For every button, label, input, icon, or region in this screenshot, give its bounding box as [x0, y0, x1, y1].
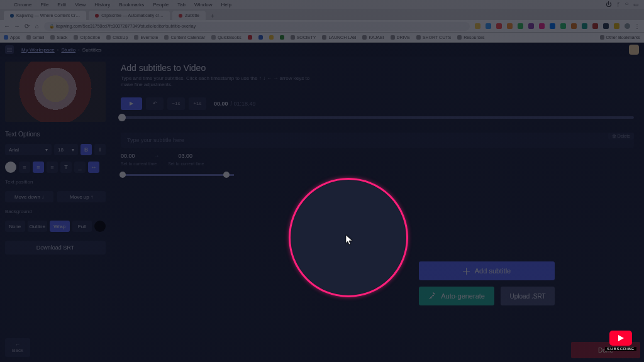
menu-item[interactable]: People — [153, 2, 169, 8]
bookmark-other[interactable]: Other Bookmarks — [600, 35, 640, 40]
menu-item[interactable]: Window — [194, 2, 212, 8]
auto-generate-button[interactable]: Auto-generate — [419, 287, 494, 305]
delete-subtitle-button[interactable]: 🗑 Delete — [608, 133, 634, 140]
underline-button[interactable]: _ — [74, 162, 86, 173]
bookmark-item[interactable]: ClickUp — [106, 35, 128, 40]
bookmark-item[interactable]: Gmail — [26, 35, 44, 40]
menu-item[interactable]: Chrome — [14, 2, 31, 8]
align-center-button[interactable]: ≡ — [33, 162, 44, 173]
fontsize-select[interactable]: 18▾ — [54, 144, 78, 155]
nav-home-icon[interactable]: ⌂ — [34, 23, 40, 30]
extension-icon[interactable] — [518, 23, 523, 29]
bookmark-folder[interactable]: KAJABI — [362, 35, 384, 40]
address-bar[interactable]: 🔒 kapwing.com/5ec31750cd7fc30072877349/s… — [44, 22, 470, 31]
extension-icon[interactable] — [582, 23, 587, 29]
extension-icon[interactable] — [603, 23, 609, 29]
kebab-menu-icon[interactable]: ⋮ — [634, 23, 640, 30]
menu-item[interactable]: Help — [221, 2, 231, 8]
bookmark-icon — [74, 35, 78, 40]
nav-fwd-icon[interactable]: → — [14, 23, 20, 30]
ltr-button[interactable]: ↔ — [88, 162, 99, 173]
bookmark-item[interactable]: ClipScribe — [74, 35, 100, 40]
back-button[interactable]: ←Back — [5, 338, 30, 357]
magic-wand-icon — [428, 292, 436, 300]
tab-kapwing[interactable]: Kapwing — Where Content Cr… — [4, 11, 86, 20]
extension-icon[interactable] — [496, 23, 502, 29]
move-up-button[interactable]: Move up ↑ — [57, 191, 106, 202]
step-back-button[interactable]: −1s — [167, 97, 185, 110]
extension-icon[interactable] — [507, 23, 513, 29]
menu-item[interactable]: Edit — [57, 2, 66, 8]
download-srt-button[interactable]: Download SRT — [5, 241, 106, 255]
video-thumbnail[interactable] — [5, 62, 106, 122]
bookmark-item[interactable] — [258, 35, 263, 40]
extension-icon[interactable] — [475, 23, 480, 29]
upload-srt-button[interactable]: Upload .SRT — [501, 287, 555, 305]
step-fwd-button[interactable]: +1s — [189, 97, 206, 110]
extension-icon[interactable] — [528, 23, 534, 29]
bg-color-swatch[interactable] — [94, 221, 106, 232]
bookmark-folder[interactable]: Resources — [457, 35, 484, 40]
bookmark-item[interactable] — [280, 35, 284, 40]
bookmark-folder[interactable]: LAUNCH LAB — [322, 35, 356, 40]
bookmark-item[interactable] — [269, 35, 274, 40]
menu-item[interactable]: Bookmarks — [119, 2, 144, 8]
extension-icon[interactable] — [539, 23, 545, 29]
tab-zubtitle[interactable]: Zubtitle — [172, 11, 206, 20]
end-hint[interactable]: Set to current time — [168, 162, 204, 166]
youtube-subscribe-overlay[interactable]: SUBSCRIBE — [605, 331, 636, 351]
new-tab-button[interactable]: + — [208, 11, 217, 20]
bookmark-folder[interactable]: SHORT CUTS — [416, 35, 451, 40]
align-right-button[interactable]: ≡ — [47, 162, 58, 173]
menu-item[interactable]: Tab — [177, 2, 186, 8]
crumb-workspace[interactable]: My Workspace — [21, 47, 55, 53]
extension-icon[interactable] — [486, 23, 491, 29]
nav-reload-icon[interactable]: ⟳ — [24, 23, 30, 30]
extension-icon[interactable] — [560, 23, 566, 29]
bookmark-apps[interactable]: Apps — [4, 35, 20, 40]
range-start-handle[interactable] — [119, 172, 126, 178]
bg-wrap-button[interactable]: Wrap — [50, 221, 70, 232]
text-color-swatch[interactable] — [5, 162, 16, 173]
end-time-field[interactable]: 03.00 — [179, 153, 193, 159]
menu-item[interactable]: View — [75, 2, 86, 8]
extension-icon[interactable] — [614, 23, 619, 29]
extension-icon[interactable] — [571, 23, 577, 29]
bookmark-item[interactable]: QuickBooks — [211, 35, 241, 40]
bg-outline-button[interactable]: Outline — [28, 221, 48, 232]
font-select[interactable]: Arial▾ — [5, 144, 52, 155]
start-time-field[interactable]: 00.00 — [121, 153, 135, 159]
play-button[interactable]: ▶ — [121, 97, 142, 110]
move-down-button[interactable]: Move down ↓ — [5, 191, 53, 202]
user-avatar[interactable] — [629, 45, 639, 55]
bookmark-folder[interactable]: DRIVE — [391, 35, 410, 40]
seek-knob[interactable] — [118, 114, 126, 121]
text-case-button[interactable]: T — [60, 162, 72, 173]
align-left-button[interactable]: ≡ — [19, 162, 30, 173]
tab-clipscribe[interactable]: ClipScribe — Automatically cr… — [89, 11, 170, 20]
bookmark-item[interactable] — [248, 35, 252, 40]
italic-button[interactable]: I — [94, 144, 106, 155]
bg-full-button[interactable]: Full — [72, 221, 92, 232]
subtitle-text-input[interactable]: Type your subtitle here — [121, 133, 634, 148]
bookmark-item[interactable]: Content Calendar — [164, 35, 205, 40]
extension-icon[interactable] — [592, 23, 598, 29]
subtitle-range[interactable] — [121, 171, 634, 178]
crumb-studio[interactable]: Studio — [61, 47, 75, 53]
hamburger-icon[interactable] — [5, 45, 14, 54]
nav-back-icon[interactable]: ← — [4, 23, 10, 30]
start-hint[interactable]: Set to current time — [121, 162, 157, 166]
bookmark-folder[interactable]: SOCIETY — [291, 35, 316, 40]
bookmark-item[interactable]: Evernote — [134, 35, 158, 40]
bookmark-item[interactable]: Slack — [50, 35, 67, 40]
bg-none-button[interactable]: None — [5, 221, 25, 232]
profile-avatar-icon[interactable] — [625, 23, 630, 29]
add-subtitle-button[interactable]: Add subtitle — [419, 261, 555, 280]
bold-button[interactable]: B — [80, 144, 92, 155]
range-end-handle[interactable] — [223, 172, 230, 178]
undo-button[interactable]: ↶ — [146, 97, 164, 110]
menu-item[interactable]: History — [94, 2, 110, 8]
seek-track[interactable] — [121, 116, 634, 119]
menu-item[interactable]: File — [40, 2, 48, 8]
extension-icon[interactable] — [550, 23, 555, 29]
